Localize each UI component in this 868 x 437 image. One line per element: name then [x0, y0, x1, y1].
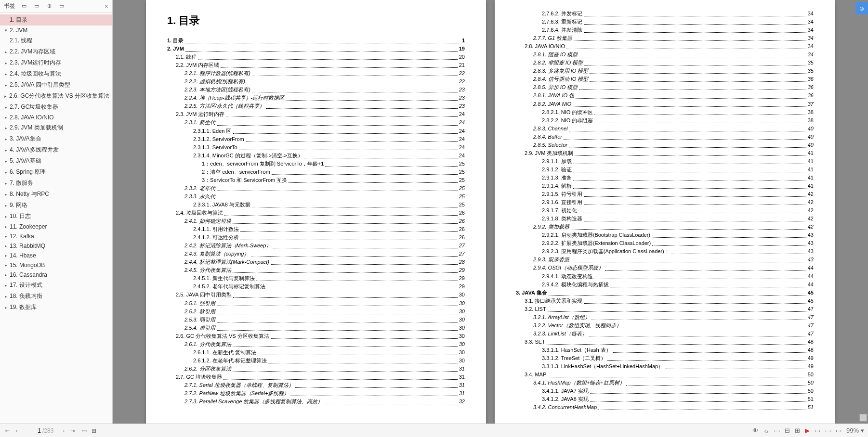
bookmark-item[interactable]: ▸5. JAVA基础 [0, 155, 112, 167]
expand-icon[interactable]: ▸ [3, 83, 9, 88]
sidebar-tool-icon[interactable]: ▭ [20, 2, 28, 10]
expand-icon[interactable]: ▸ [3, 305, 9, 310]
next-page-icon[interactable]: › [61, 427, 66, 434]
toc-line[interactable]: 2.9.1.2. 验证41 [542, 166, 814, 174]
toc-line[interactable]: 1：eden、servicorFrom 复制到 ServicorTo，年龄+12… [202, 160, 465, 168]
toc-line[interactable]: 3：ServicorTo 和 ServicorFrom 互换25 [202, 176, 465, 184]
toc-line[interactable]: 2.1. 线程20 [176, 53, 465, 61]
bookmark-item[interactable]: ▸8. Netty 与RPC [0, 189, 112, 200]
expand-icon[interactable]: ▸ [3, 283, 9, 288]
expand-icon[interactable]: ▸ [3, 214, 9, 219]
toc-line[interactable]: 3.2.3. LinkList（链表）47 [533, 330, 814, 338]
toc-line[interactable]: 2.9.2.3. 应用程序类加载器(Application ClassLoade… [542, 247, 814, 256]
zoom-level[interactable]: 99% ▾ [846, 427, 864, 434]
toc-line[interactable]: 2.8.2.2. NIO 的非阻塞38 [542, 116, 814, 125]
expand-icon[interactable]: ▸ [3, 203, 9, 208]
bookmark-item[interactable]: ▸17. 设计模式 [0, 280, 112, 291]
toc-line[interactable]: 2.5.4. 虚引用30 [184, 324, 465, 332]
view-icon[interactable]: ⊞ [795, 427, 800, 434]
toc-line[interactable]: 2.9.4. OSGI（动态模型系统）44 [533, 264, 814, 272]
scroll-corner-icon[interactable] [859, 414, 867, 422]
expand-icon[interactable]: ▸ [3, 244, 9, 248]
toc-line[interactable]: 2.7.7. G1 收集器34 [533, 34, 814, 42]
toc-line[interactable]: 2.8.3. 多路复用 IO 模型35 [533, 67, 814, 75]
record-icon[interactable]: ▶ [805, 427, 810, 434]
toc-line[interactable]: 3.3.1.3. LinkHashSet（HashSet+LinkedHashM… [542, 362, 814, 371]
bookmark-item[interactable]: ▸19. 数据库 [0, 302, 112, 313]
toc-line[interactable]: 2.3.1.4. MinorGC 的过程（复制->清空->互换）24 [193, 152, 465, 160]
fit-icon[interactable]: ▭ [836, 427, 842, 434]
view-icon[interactable]: ▭ [774, 427, 780, 434]
sun-icon[interactable]: ☼ [763, 427, 769, 434]
expand-icon[interactable]: ▸ [3, 234, 9, 239]
toc-line[interactable]: 3.4. MAP50 [525, 371, 814, 379]
bookmark-item[interactable]: 2.1. 线程 [0, 35, 112, 46]
bookmark-item[interactable]: ▸2.9. JVM 类加载机制 [0, 122, 112, 133]
expand-icon[interactable]: ▸ [3, 137, 9, 141]
toc-line[interactable]: 2.9.4.1. 动态改变构造44 [542, 272, 814, 281]
bookmark-item[interactable]: ▸4. JAVA多线程并发 [0, 144, 112, 155]
toc-line[interactable]: 3.2. LIST47 [525, 305, 814, 313]
toc-line[interactable]: 2.3.3. 永久代25 [184, 193, 465, 201]
toc-line[interactable]: 2.4.3. 复制算法（copying）27 [184, 250, 465, 258]
toc-line[interactable]: 2.6.1.2. 在老年代-标记整理算法30 [193, 357, 465, 365]
toc-line[interactable]: 2.7. GC 垃圾收集器31 [176, 373, 465, 381]
toc-line[interactable]: 2.8.1. 阻塞 IO 模型34 [533, 51, 814, 59]
toc-line[interactable]: 2.5.1. 强引用30 [184, 299, 465, 308]
toc-line[interactable]: 3.3.1.2. TreeSet（二叉树）49 [542, 354, 814, 362]
expand-icon[interactable]: ▸ [3, 148, 9, 153]
bookmark-item[interactable]: ▸3. JAVA集合 [0, 133, 112, 144]
toc-line[interactable]: 2.9.1.3. 准备41 [542, 174, 814, 182]
expand-icon[interactable]: ▸ [3, 294, 9, 299]
bookmark-item[interactable]: ▸2.6. GC分代收集算法 VS 分区收集算法 [0, 90, 112, 102]
toc-line[interactable]: 3.2.1. ArrayList（数组）47 [533, 313, 814, 321]
sidebar-tool-icon[interactable]: ▭ [58, 2, 66, 10]
toc-line[interactable]: 2.4.4. 标记整理算法(Mark-Compact)28 [184, 258, 465, 266]
bookmark-item[interactable]: ▸13. RabbitMQ [0, 241, 112, 251]
toc-line[interactable]: 2.9.2.2. 扩展类加载器(Extension ClassLoader)43 [542, 239, 814, 247]
expand-icon[interactable]: ▸ [3, 224, 9, 229]
toc-line[interactable]: 2.4. 垃圾回收与算法26 [176, 209, 465, 217]
close-icon[interactable]: × [105, 2, 108, 10]
toc-line[interactable]: 2.9.1.1. 加载41 [542, 157, 814, 166]
toc-line[interactable]: 2.4.2. 标记清除算法（Mark-Sweep）27 [184, 242, 465, 250]
toc-line[interactable]: 2.2.3. 本地方法区(线程私有)23 [184, 86, 465, 94]
first-page-icon[interactable]: ⇤ [4, 427, 12, 434]
bookmark-item[interactable]: ▸6. Spring 原理 [0, 167, 112, 178]
toc-line[interactable]: 2.8.5. Selector40 [533, 141, 814, 149]
bookmark-item[interactable]: ▸11. Zookeeper [0, 222, 112, 231]
toc-line[interactable]: 2.8.3. Channel40 [533, 125, 814, 133]
toc-line[interactable]: 2.3.1.1. Eden 区24 [193, 127, 465, 135]
toc-line[interactable]: 3.3. SET48 [525, 338, 814, 346]
toc-line[interactable]: 2.8.1. JAVA IO 包36 [533, 91, 814, 100]
toc-line[interactable]: 2.8.2. JAVA NIO37 [533, 100, 814, 108]
expand-icon[interactable]: ▸ [3, 105, 9, 110]
toc-line[interactable]: 2.4.5. 分代收集算法29 [184, 266, 465, 274]
fit-icon[interactable]: ▭ [815, 427, 820, 434]
toc-line[interactable]: 2.4.5.1. 新生代与复制算法29 [193, 274, 465, 283]
toc-line[interactable]: 3.1. 接口继承关系和实现45 [525, 297, 814, 305]
toc-line[interactable]: 2.9.3. 双亲委派43 [533, 256, 814, 264]
toc-line[interactable]: 2.6. GC 分代收集算法 VS 分区收集算法30 [176, 332, 465, 340]
bookmark-item[interactable]: ▸7. 微服务 [0, 178, 112, 189]
expand-icon[interactable]: ▾ [3, 28, 9, 33]
toc-line[interactable]: 2.8. JAVA IO/NIO34 [525, 42, 814, 51]
toc-line[interactable]: 2.9.4.2. 模块化编程与热插拔44 [542, 281, 814, 289]
view-icon[interactable]: ⊟ [785, 427, 790, 434]
toc-line[interactable]: 3.4.1.1. JAVA7 实现50 [542, 387, 814, 395]
expand-icon[interactable]: ▸ [3, 170, 9, 175]
toc-line[interactable]: 3.3.1.1. HashSet（Hash 表）48 [542, 346, 814, 354]
toc-line[interactable]: 2.9. JVM 类加载机制41 [525, 149, 814, 157]
toc-line[interactable]: 2.8.2.1. NIO 的缓冲区38 [542, 108, 814, 116]
sidebar-tool-icon[interactable]: ⊕ [45, 2, 53, 10]
toc-line[interactable]: 2.2. JVM 内存区域21 [176, 61, 465, 69]
expand-icon[interactable]: ▸ [3, 115, 9, 120]
toc-line[interactable]: 2.7.6.3. 重新标记34 [542, 18, 814, 26]
toc-line[interactable]: 3.4.1. HashMap（数组+链表+红黑树）50 [533, 379, 814, 387]
toc-line[interactable]: 1. 目录1 [167, 37, 465, 45]
toc-line[interactable]: 2.9.1.8. 类构造器42 [542, 215, 814, 223]
toc-line[interactable]: 2.5.2. 软引用30 [184, 308, 465, 316]
toc-line[interactable]: 2.3. JVM 运行时内存24 [176, 110, 465, 118]
bookmark-item[interactable]: ▸2.4. 垃圾回收与算法 [0, 68, 112, 79]
bookmark-item[interactable]: ▸15. MongoDB [0, 260, 112, 270]
